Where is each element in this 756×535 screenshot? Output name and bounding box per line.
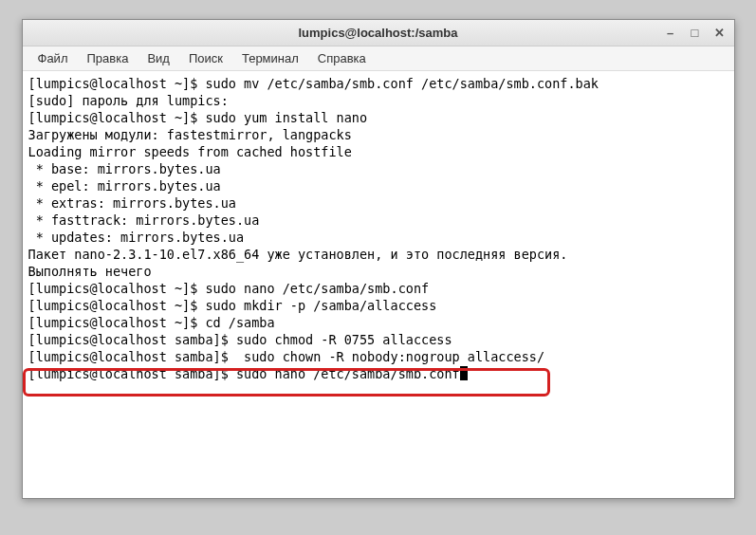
output-line: [lumpics@localhost samba]$ sudo chmod -R… — [28, 331, 728, 348]
output-line: Пакет nano-2.3.1-10.el7.x86_64 уже устан… — [28, 246, 728, 263]
output-line: [lumpics@localhost ~]$ sudo mv /etc/samb… — [28, 75, 728, 92]
terminal-output[interactable]: [lumpics@localhost ~]$ sudo mv /etc/samb… — [23, 71, 734, 498]
terminal-window: lumpics@localhost:/samba – □ ✕ Файл Прав… — [22, 19, 735, 499]
output-line: [lumpics@localhost ~]$ sudo nano /etc/sa… — [28, 280, 728, 297]
output-line: * updates: mirrors.bytes.ua — [28, 229, 728, 246]
output-line: [sudo] пароль для lumpics: — [28, 92, 728, 109]
menu-edit[interactable]: Правка — [77, 48, 138, 68]
output-line: * epel: mirrors.bytes.ua — [28, 177, 728, 194]
titlebar[interactable]: lumpics@localhost:/samba – □ ✕ — [23, 20, 734, 46]
output-line: Loading mirror speeds from cached hostfi… — [28, 143, 728, 160]
output-line: * extras: mirrors.bytes.ua — [28, 194, 728, 212]
output-line: * fasttrack: mirrors.bytes.ua — [28, 212, 728, 229]
output-line: [lumpics@localhost samba]$ sudo chown -R… — [28, 348, 728, 365]
close-button[interactable]: ✕ — [713, 27, 727, 40]
output-line: * base: mirrors.bytes.ua — [28, 160, 728, 177]
minimize-button[interactable]: – — [664, 27, 677, 40]
output-line: Загружены модули: fastestmirror, langpac… — [28, 126, 728, 143]
menubar: Файл Правка Вид Поиск Терминал Справка — [23, 46, 734, 71]
window-controls: – □ ✕ — [664, 27, 727, 40]
output-line: [lumpics@localhost ~]$ sudo yum install … — [28, 109, 728, 126]
prompt-text: [lumpics@localhost samba]$ sudo nano /et… — [28, 366, 460, 381]
output-line: [lumpics@localhost ~]$ sudo mkdir -p /sa… — [28, 297, 728, 314]
maximize-button[interactable]: □ — [689, 27, 702, 40]
output-line: Выполнять нечего — [28, 263, 728, 280]
prompt-line: [lumpics@localhost samba]$ sudo nano /et… — [28, 365, 728, 382]
menu-search[interactable]: Поиск — [179, 48, 232, 68]
cursor-icon — [460, 366, 468, 380]
output-line: [lumpics@localhost ~]$ cd /samba — [28, 314, 728, 331]
menu-terminal[interactable]: Терминал — [232, 48, 308, 68]
menu-file[interactable]: Файл — [28, 48, 78, 68]
window-title: lumpics@localhost:/samba — [299, 26, 458, 40]
menu-help[interactable]: Справка — [308, 48, 376, 68]
menu-view[interactable]: Вид — [138, 48, 179, 68]
